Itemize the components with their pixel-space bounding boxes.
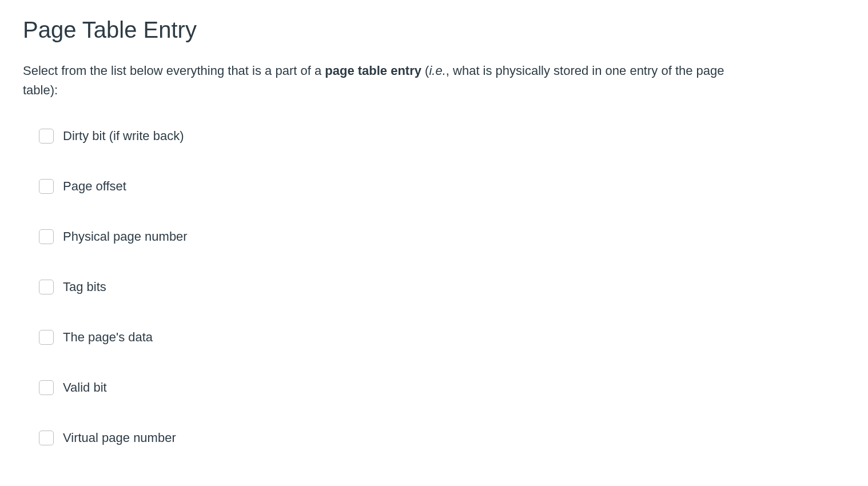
- option-label[interactable]: The page's data: [63, 330, 153, 345]
- question-prompt: Select from the list below everything th…: [23, 61, 743, 100]
- option-label[interactable]: Page offset: [63, 179, 126, 194]
- option-checkbox-physical-page-number[interactable]: [39, 229, 54, 244]
- option-checkbox-virtual-page-number[interactable]: [39, 431, 54, 445]
- option-label[interactable]: Tag bits: [63, 280, 106, 294]
- option-checkbox-page-offset[interactable]: [39, 179, 54, 194]
- prompt-text-pre: Select from the list below everything th…: [23, 63, 325, 78]
- option-label[interactable]: Virtual page number: [63, 431, 176, 445]
- option-checkbox-tag-bits[interactable]: [39, 280, 54, 294]
- option-row: Valid bit: [39, 380, 845, 395]
- option-checkbox-page-data[interactable]: [39, 330, 54, 345]
- option-row: Physical page number: [39, 229, 845, 244]
- prompt-text-ital: i.e.: [429, 63, 445, 78]
- options-list: Dirty bit (if write back) Page offset Ph…: [23, 129, 845, 445]
- option-row: Virtual page number: [39, 431, 845, 445]
- option-row: Page offset: [39, 179, 845, 194]
- option-label[interactable]: Valid bit: [63, 380, 107, 395]
- option-label[interactable]: Physical page number: [63, 229, 188, 244]
- option-checkbox-dirty-bit[interactable]: [39, 129, 54, 144]
- page-title: Page Table Entry: [23, 17, 845, 43]
- prompt-text-paren: (: [421, 63, 429, 78]
- option-label[interactable]: Dirty bit (if write back): [63, 129, 184, 144]
- option-row: The page's data: [39, 330, 845, 345]
- option-checkbox-valid-bit[interactable]: [39, 380, 54, 395]
- prompt-text-bold: page table entry: [325, 63, 421, 78]
- option-row: Tag bits: [39, 280, 845, 294]
- option-row: Dirty bit (if write back): [39, 129, 845, 144]
